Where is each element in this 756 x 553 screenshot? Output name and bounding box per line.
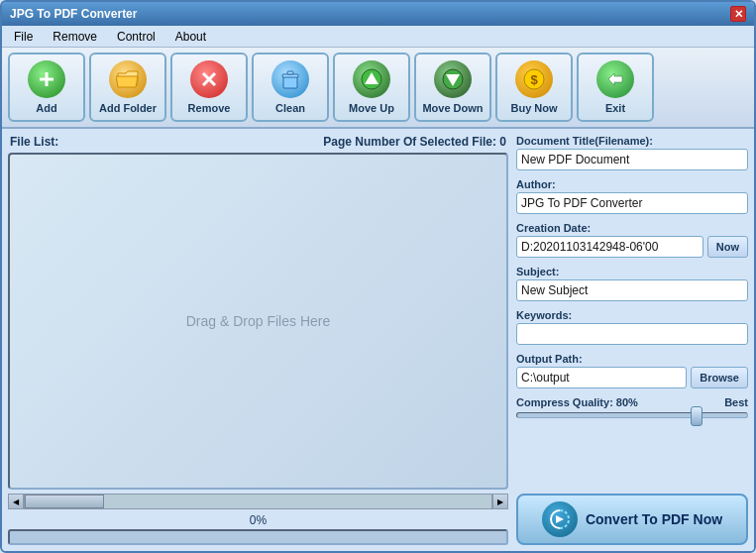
subject-field: Subject: <box>516 266 748 301</box>
clean-label: Clean <box>275 102 305 114</box>
move-up-button[interactable]: Move Up <box>333 53 410 122</box>
compress-quality-label: Compress Quality: 80% <box>516 396 638 408</box>
add-label: Add <box>36 102 56 114</box>
file-list-box[interactable]: Drag & Drop Files Here <box>8 153 508 490</box>
title-bar: JPG To PDF Converter ✕ <box>2 2 754 26</box>
svg-marker-14 <box>556 515 564 523</box>
subject-input[interactable] <box>516 279 748 301</box>
main-window: JPG To PDF Converter ✕ File Remove Contr… <box>0 0 756 553</box>
doc-title-input[interactable] <box>516 149 748 170</box>
date-row: Now <box>516 236 748 258</box>
file-list-label: File List: <box>10 135 58 149</box>
page-number-label: Page Number Of Selected File: 0 <box>323 135 506 149</box>
drag-drop-text: Drag & Drop Files Here <box>186 313 331 329</box>
close-button[interactable]: ✕ <box>730 6 746 22</box>
svg-rect-6 <box>287 71 293 74</box>
convert-button[interactable]: Convert To PDF Now <box>516 494 748 545</box>
scroll-right-button[interactable]: ▶ <box>492 494 508 509</box>
remove-button[interactable]: Remove <box>170 53 248 122</box>
keywords-input[interactable] <box>516 323 748 345</box>
move-down-label: Move Down <box>422 102 483 114</box>
move-down-button[interactable]: Move Down <box>414 53 491 122</box>
move-up-label: Move Up <box>349 102 394 114</box>
doc-title-label: Document Title(Filename): <box>516 135 748 147</box>
window-title: JPG To PDF Converter <box>10 7 137 21</box>
scroll-track[interactable] <box>24 494 492 509</box>
convert-icon <box>542 501 578 537</box>
quality-row: Compress Quality: 80% Best <box>516 396 748 408</box>
creation-date-label: Creation Date: <box>516 222 748 234</box>
author-field: Author: <box>516 178 748 214</box>
exit-icon <box>596 60 634 98</box>
toolbar: Add Add Folder Remove Clean <box>2 48 754 129</box>
buy-now-icon: $ <box>515 60 553 98</box>
menu-control[interactable]: Control <box>109 28 163 46</box>
scroll-thumb[interactable] <box>25 495 104 508</box>
file-list-header: File List: Page Number Of Selected File:… <box>8 135 508 149</box>
buy-now-label: Buy Now <box>510 102 557 114</box>
remove-label: Remove <box>188 102 231 114</box>
browse-button[interactable]: Browse <box>691 367 748 388</box>
move-up-icon <box>353 60 390 98</box>
exit-button[interactable]: Exit <box>577 53 654 122</box>
svg-marker-13 <box>608 73 622 85</box>
clean-icon <box>271 60 309 98</box>
output-row: Browse <box>516 367 748 388</box>
doc-title-field: Document Title(Filename): <box>516 135 748 170</box>
progress-bar <box>8 529 508 545</box>
output-path-input[interactable] <box>516 367 687 388</box>
right-panel: Document Title(Filename): Author: Creati… <box>508 135 748 545</box>
compress-best-label: Best <box>724 396 748 408</box>
remove-icon <box>190 60 228 98</box>
add-folder-icon <box>109 60 147 98</box>
move-down-icon <box>434 60 472 98</box>
output-path-field: Output Path: Browse <box>516 353 748 388</box>
now-button[interactable]: Now <box>707 236 748 258</box>
exit-label: Exit <box>605 102 625 114</box>
convert-label: Convert To PDF Now <box>586 511 722 527</box>
quality-slider-container <box>516 408 748 418</box>
horizontal-scrollbar: ◀ ▶ <box>8 494 508 509</box>
main-area: File List: Page Number Of Selected File:… <box>2 129 754 551</box>
author-input[interactable] <box>516 192 748 214</box>
creation-date-field: Creation Date: Now <box>516 222 748 258</box>
author-label: Author: <box>516 178 748 190</box>
progress-section: 0% <box>8 513 508 545</box>
add-folder-button[interactable]: Add Folder <box>89 53 166 122</box>
scroll-left-button[interactable]: ◀ <box>8 494 24 509</box>
menu-remove[interactable]: Remove <box>45 28 105 46</box>
quality-slider-track[interactable] <box>516 412 748 418</box>
creation-date-input[interactable] <box>516 236 703 258</box>
progress-label: 0% <box>250 513 267 527</box>
svg-text:$: $ <box>530 72 538 87</box>
keywords-field: Keywords: <box>516 309 748 345</box>
add-icon <box>28 60 65 98</box>
subject-label: Subject: <box>516 266 748 277</box>
clean-button[interactable]: Clean <box>252 53 329 122</box>
add-button[interactable]: Add <box>8 53 85 122</box>
buy-now-button[interactable]: $ Buy Now <box>495 53 573 122</box>
svg-rect-4 <box>283 76 297 88</box>
menu-bar: File Remove Control About <box>2 26 754 48</box>
keywords-label: Keywords: <box>516 309 748 321</box>
menu-about[interactable]: About <box>167 28 214 46</box>
add-folder-label: Add Folder <box>99 102 157 114</box>
compress-quality-section: Compress Quality: 80% Best <box>516 396 748 418</box>
quality-slider-thumb[interactable] <box>691 406 702 426</box>
left-panel: File List: Page Number Of Selected File:… <box>8 135 508 545</box>
output-path-label: Output Path: <box>516 353 748 365</box>
menu-file[interactable]: File <box>6 28 41 46</box>
